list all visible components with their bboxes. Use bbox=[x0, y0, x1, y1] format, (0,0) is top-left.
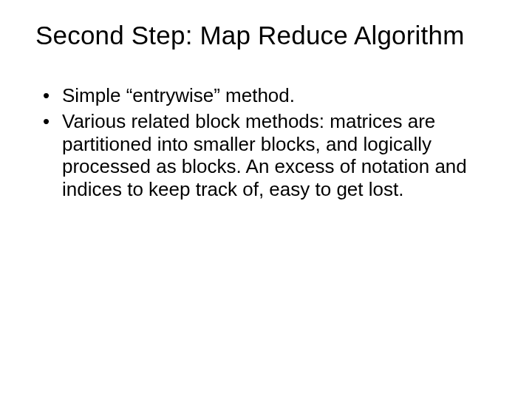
slide: Second Step: Map Reduce Algorithm Simple… bbox=[0, 0, 532, 399]
bullet-item: Various related block methods: matrices … bbox=[43, 110, 497, 201]
bullet-item: Simple “entrywise” method. bbox=[43, 84, 497, 107]
bullet-text: Simple “entrywise” method. bbox=[62, 84, 295, 106]
bullet-text: Various related block methods: matrices … bbox=[62, 110, 467, 200]
slide-title: Second Step: Map Reduce Algorithm bbox=[35, 21, 497, 50]
bullet-list: Simple “entrywise” method. Various relat… bbox=[35, 84, 497, 200]
